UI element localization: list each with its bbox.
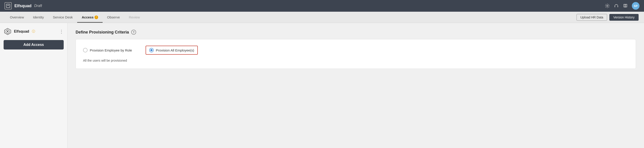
brand-icon bbox=[4, 28, 12, 36]
radio-options: Provision Employee by Role Provision All… bbox=[83, 46, 628, 55]
brand-info-icon: ⓘ bbox=[32, 30, 35, 34]
svg-point-6 bbox=[7, 31, 8, 32]
section-title: Define Provisioning Criteria ? bbox=[76, 30, 636, 35]
secondary-nav: Overview Identity Service Desk Access ! … bbox=[0, 12, 644, 23]
top-bar-right: SP bbox=[605, 2, 640, 10]
provision-hint: All the users will be provisioned bbox=[83, 59, 628, 62]
svg-point-1 bbox=[607, 5, 608, 6]
sec-nav-right: Upload HR Data Version History bbox=[576, 14, 638, 21]
tab-observe[interactable]: Observe bbox=[102, 12, 124, 23]
book-icon[interactable] bbox=[623, 3, 628, 8]
nav-tabs: Overview Identity Service Desk Access ! … bbox=[6, 12, 144, 23]
radio-label-by-role: Provision Employee by Role bbox=[90, 48, 132, 52]
headset-icon[interactable] bbox=[614, 3, 619, 8]
sidebar-header: Elfsquad ⓘ ⋮ bbox=[4, 28, 64, 36]
help-icon[interactable]: ? bbox=[131, 30, 136, 35]
sidebar-menu-icon[interactable]: ⋮ bbox=[59, 29, 64, 34]
radio-option-all-employees[interactable]: Provision All Employee(s) bbox=[146, 46, 198, 55]
app-logo-icon bbox=[4, 2, 12, 10]
access-tab-badge: ! bbox=[94, 16, 98, 19]
radio-circle-by-role bbox=[83, 48, 88, 52]
add-access-button[interactable]: Add Access bbox=[4, 40, 64, 50]
upload-hr-data-button[interactable]: Upload HR Data bbox=[576, 14, 607, 21]
app-name: Elfsquad bbox=[14, 4, 32, 8]
provisioning-card: Provision Employee by Role Provision All… bbox=[76, 39, 636, 69]
svg-rect-0 bbox=[6, 4, 10, 8]
settings-icon[interactable] bbox=[605, 3, 610, 8]
svg-rect-3 bbox=[618, 6, 618, 7]
radio-label-all-employees: Provision All Employee(s) bbox=[156, 48, 194, 52]
radio-option-by-role[interactable]: Provision Employee by Role bbox=[83, 48, 132, 52]
version-history-button[interactable]: Version History bbox=[609, 14, 638, 21]
avatar[interactable]: SP bbox=[632, 2, 640, 10]
top-bar: Elfsquad Draft SP bbox=[0, 0, 644, 12]
main-content: Define Provisioning Criteria ? Provision… bbox=[68, 23, 644, 148]
radio-circle-all-employees bbox=[149, 48, 154, 52]
draft-label: Draft bbox=[34, 4, 42, 8]
section-title-text: Define Provisioning Criteria bbox=[76, 30, 129, 35]
top-bar-left: Elfsquad Draft bbox=[4, 2, 42, 10]
brand-name: Elfsquad bbox=[14, 30, 29, 34]
svg-rect-2 bbox=[614, 6, 615, 7]
tab-service-desk[interactable]: Service Desk bbox=[48, 12, 77, 23]
main-layout: Elfsquad ⓘ ⋮ Add Access Define Provision… bbox=[0, 23, 644, 148]
tab-review[interactable]: Review bbox=[124, 12, 144, 23]
tab-identity[interactable]: Identity bbox=[28, 12, 48, 23]
sidebar: Elfsquad ⓘ ⋮ Add Access bbox=[0, 23, 68, 148]
tab-overview[interactable]: Overview bbox=[6, 12, 28, 23]
tab-access[interactable]: Access ! bbox=[77, 12, 102, 23]
sidebar-brand: Elfsquad ⓘ bbox=[4, 28, 35, 36]
